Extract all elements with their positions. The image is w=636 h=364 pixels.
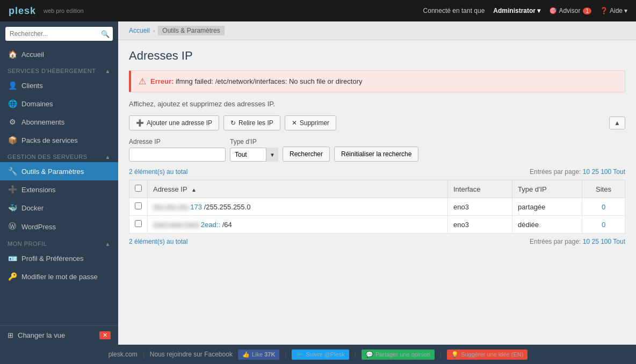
th-type: Type d'IP	[512, 180, 582, 198]
add-ip-button[interactable]: ➕ Ajouter une adresse IP	[129, 115, 219, 130]
page-description: Affichez, ajoutez et supprimez des adres…	[129, 100, 625, 108]
sidebar-footer: ⊞ Changer la vue ✕	[0, 325, 118, 345]
sites-cell-2: 0	[582, 216, 625, 234]
type-cell-1: partagée	[512, 198, 582, 216]
sidebar-item-password[interactable]: 🔑 Modifier le mot de passe	[0, 267, 118, 286]
row-checkbox-cell	[129, 198, 148, 216]
th-ip[interactable]: Adresse IP ▲	[148, 180, 448, 198]
th-sites: Sites	[582, 180, 625, 198]
type-filter-select[interactable]: Tout Partagée Dédiée	[230, 148, 278, 162]
profil-chevron: ▲	[105, 241, 111, 247]
breadcrumb-outils[interactable]: Outils & Paramètres	[158, 26, 224, 35]
plesk-footer-link[interactable]: plesk.com	[109, 351, 138, 358]
delete-icon: ✕	[292, 119, 297, 127]
total-count-top: 2 élément(s) au total	[129, 168, 187, 176]
sidebar-item-domaines[interactable]: 🌐 Domaines	[0, 94, 118, 113]
admin-name[interactable]: Administrator ▾	[493, 7, 540, 14]
type-select-wrapper: Tout Partagée Dédiée ▼	[230, 148, 278, 162]
type-cell-2: dédiée	[512, 216, 582, 234]
error-label: Erreur:	[150, 77, 174, 85]
per-page-100[interactable]: 100	[601, 168, 611, 176]
row-checkbox-cell	[129, 216, 148, 234]
breadcrumb: Accueil › Outils & Paramètres	[118, 21, 636, 40]
ip-blur-1: xxx.xxx.xxx.	[153, 203, 190, 211]
per-page-10[interactable]: 10	[583, 168, 590, 176]
breadcrumb-sep-1: ›	[153, 27, 155, 34]
close-button[interactable]: ✕	[99, 331, 111, 339]
advisor-icon: 🎯	[549, 7, 557, 14]
profil-section-header: Mon profil ▲	[0, 236, 118, 249]
sidebar-item-wordpress[interactable]: Ⓦ WordPress	[0, 217, 118, 236]
per-page-25-bottom[interactable]: 25	[591, 238, 598, 245]
outils-icon: 🔧	[8, 167, 17, 176]
ip-filter-input[interactable]	[129, 148, 226, 162]
per-page-10-bottom[interactable]: 10	[583, 238, 590, 245]
sidebar-item-clients[interactable]: 👤 Clients	[0, 76, 118, 94]
change-view-button[interactable]: ⊞ Changer la vue ✕	[0, 326, 118, 345]
sites-link-1[interactable]: 0	[602, 203, 605, 211]
type-filter-label: Type d'IP	[230, 138, 278, 145]
sidebar-item-docker[interactable]: 🐳 Docker	[0, 199, 118, 217]
per-page-25[interactable]: 25	[591, 168, 598, 176]
footer-sep-2: |	[285, 351, 286, 358]
th-checkbox	[129, 180, 148, 198]
sidebar-search-area: 🔍	[0, 21, 118, 45]
topbar: plesk web pro edition Connecté en tant q…	[0, 0, 636, 21]
sidebar-item-extensions[interactable]: ➕ Extensions	[0, 180, 118, 199]
docker-icon: 🐳	[8, 203, 17, 212]
row-checkbox[interactable]	[135, 220, 142, 227]
profil-icon: 🪪	[8, 254, 17, 263]
main-layout: 🔍 🏠 Accueil Services d'hébergement ▲ 👤 C…	[0, 21, 636, 345]
gestion-chevron: ▲	[105, 154, 111, 160]
page-title: Adresses IP	[129, 49, 625, 63]
content-area: Accueil › Outils & Paramètres Adresses I…	[118, 21, 636, 345]
advisor-button[interactable]: 🎯 Advisor 1	[549, 7, 591, 14]
sidebar-item-accueil[interactable]: 🏠 Accueil	[0, 45, 118, 63]
sidebar-item-outils[interactable]: 🔧 Outils & Paramètres	[0, 162, 118, 180]
topbar-right: Connecté en tant que Administrator ▾ 🎯 A…	[423, 7, 627, 14]
gestion-section-header: Gestion des serveurs ▲	[0, 149, 118, 162]
delete-button[interactable]: ✕ Supprimer	[285, 115, 336, 130]
clients-icon: 👤	[8, 81, 17, 90]
add-icon: ➕	[136, 119, 144, 127]
interface-cell-2: eno3	[448, 216, 512, 234]
opinion-button[interactable]: 💬 Partager une opinion	[362, 350, 435, 360]
error-text: Erreur: ifmng failed: /etc/network/inter…	[150, 77, 363, 85]
ip-link-1[interactable]: 173	[190, 203, 202, 211]
collapse-button[interactable]: ▲	[609, 117, 625, 129]
idea-button[interactable]: 💡 Suggérer une idée (EN)	[447, 350, 527, 360]
ip-mask-2: /64	[222, 221, 232, 229]
wordpress-icon: Ⓦ	[8, 222, 17, 231]
table-info-bottom: 2 élément(s) au total Entrées par page: …	[129, 238, 625, 245]
like-icon: 👍	[242, 351, 250, 358]
ip-link-2[interactable]: 2ead::	[201, 221, 220, 229]
reset-button[interactable]: Réinitialiser la recherche	[334, 147, 418, 162]
ip-blur-2: xxxx:xxxx:xxxx:	[153, 221, 201, 229]
search-input[interactable]	[5, 27, 113, 41]
per-page-tout[interactable]: Tout	[613, 168, 625, 176]
search-button[interactable]: Rechercher	[283, 147, 330, 162]
row-checkbox[interactable]	[135, 202, 142, 209]
per-page-100-bottom[interactable]: 100	[601, 238, 611, 245]
reload-icon: ↻	[230, 119, 236, 127]
twitter-button[interactable]: 🐦 Suivre @Plesk	[292, 350, 349, 360]
sidebar-item-profil[interactable]: 🪪 Profil & Préférences	[0, 249, 118, 267]
per-page-tout-bottom[interactable]: Tout	[613, 238, 625, 245]
facebook-like-button[interactable]: 👍 Like 37K	[238, 350, 279, 360]
reload-button[interactable]: ↻ Relire les IP	[223, 115, 280, 130]
home-icon: 🏠	[8, 50, 17, 59]
footer-sep-1: |	[143, 351, 144, 358]
sidebar-item-packs[interactable]: 📦 Packs de services	[0, 131, 118, 149]
sidebar-item-abonnements[interactable]: ⚙ Abonnements	[0, 113, 118, 131]
table-row: xxxx:xxxx:xxxx:2ead:: /64 eno3 dédiée 0	[129, 216, 625, 234]
select-all-checkbox[interactable]	[135, 185, 142, 192]
ip-filter-group: Adresse IP	[129, 138, 226, 162]
breadcrumb-accueil[interactable]: Accueil	[129, 27, 150, 34]
sites-link-2[interactable]: 0	[602, 221, 605, 229]
facebook-label: Nous rejoindre sur Facebook	[150, 351, 233, 358]
total-count-bottom: 2 élément(s) au total	[129, 238, 187, 245]
help-button[interactable]: ❓ Aide ▾	[600, 7, 627, 14]
toolbar: ➕ Ajouter une adresse IP ↻ Relire les IP…	[129, 115, 625, 130]
error-message: ifmng failed: /etc/network/interfaces: N…	[176, 77, 363, 85]
footer-bar: plesk.com | Nous rejoindre sur Facebook …	[0, 345, 636, 364]
